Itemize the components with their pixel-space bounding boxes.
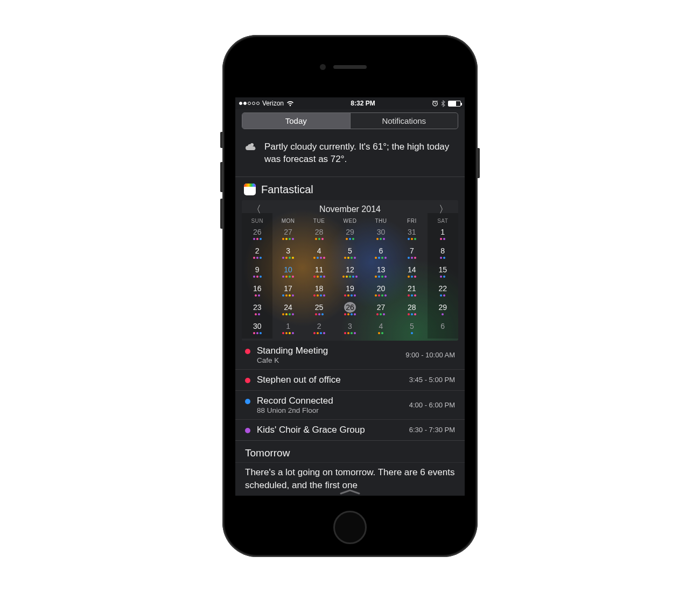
day-number: 5 <box>344 245 356 256</box>
segmented-control: Today Notifications <box>242 112 458 129</box>
power-button[interactable] <box>478 148 480 178</box>
calendar-day[interactable]: 9 <box>242 263 272 282</box>
event-dots <box>366 294 396 298</box>
event-dots <box>304 294 334 298</box>
day-number: 1 <box>437 227 449 237</box>
event-color-dot <box>245 349 250 354</box>
weekday-label: WED <box>334 217 365 225</box>
calendar-day[interactable]: 17 <box>272 282 303 301</box>
calendar-day[interactable]: 15 <box>428 263 458 282</box>
volume-up-button[interactable] <box>220 162 222 192</box>
calendar-day[interactable]: 6 <box>366 244 396 263</box>
day-number: 8 <box>437 245 449 256</box>
calendar-day[interactable]: 5 <box>334 244 365 263</box>
calendar-day[interactable]: 3 <box>272 244 303 263</box>
tomorrow-heading: Tomorrow <box>235 441 465 462</box>
day-number: 6 <box>437 321 449 332</box>
event-dots <box>242 257 272 260</box>
calendar-day[interactable]: 18 <box>304 282 334 301</box>
calendar-day[interactable]: 4 <box>304 244 334 263</box>
calendar-day[interactable]: 10 <box>272 263 303 282</box>
event-row[interactable]: Record Connected88 Union 2nd Floor4:00 -… <box>235 390 465 419</box>
event-body: Record Connected88 Union 2nd Floor <box>257 396 403 414</box>
weather-summary-text: Partly cloudy currently. It's 61°; the h… <box>264 141 455 166</box>
dates-grid: 2627282930311234567891011121314151617181… <box>242 225 458 339</box>
event-row[interactable]: Standing MeetingCafe K9:00 - 10:00 AM <box>235 341 465 369</box>
event-dots <box>334 294 365 298</box>
calendar-day[interactable]: 26 <box>242 225 272 244</box>
day-number: 23 <box>251 302 263 313</box>
event-dots <box>334 276 365 279</box>
calendar-day[interactable]: 24 <box>272 301 303 320</box>
event-dots <box>334 238 365 241</box>
calendar-day[interactable]: 27 <box>272 225 303 244</box>
event-dots <box>396 238 427 241</box>
day-number: 16 <box>251 283 263 294</box>
tab-row: Today Notifications <box>235 109 465 132</box>
day-number: 25 <box>313 302 325 313</box>
calendar-day[interactable]: 25 <box>304 301 334 320</box>
event-location: Cafe K <box>257 356 399 364</box>
calendar-day[interactable]: 13 <box>366 263 396 282</box>
calendar-day[interactable]: 8 <box>428 244 458 263</box>
event-dots <box>334 257 365 260</box>
calendar-day[interactable]: 6 <box>428 320 458 339</box>
grabber-handle[interactable] <box>340 489 360 495</box>
event-dots <box>366 238 396 241</box>
calendar-day[interactable]: 14 <box>396 263 427 282</box>
day-number: 1 <box>282 321 294 332</box>
partly-cloudy-icon <box>245 142 257 166</box>
calendar-day[interactable]: 30 <box>242 320 272 339</box>
calendar-day[interactable]: 21 <box>396 282 427 301</box>
calendar-day[interactable]: 27 <box>366 301 396 320</box>
calendar-day[interactable]: 29 <box>334 225 365 244</box>
event-dots <box>366 332 396 335</box>
day-number: 9 <box>251 264 263 275</box>
calendar-day[interactable]: 5 <box>396 320 427 339</box>
calendar-day[interactable]: 11 <box>304 263 334 282</box>
event-title: Record Connected <box>257 396 403 406</box>
tab-notifications[interactable]: Notifications <box>350 113 458 129</box>
event-dots <box>304 332 334 335</box>
calendar-day[interactable]: 1 <box>272 320 303 339</box>
divider <box>235 462 465 463</box>
calendar-day[interactable]: 20 <box>366 282 396 301</box>
calendar-day[interactable]: 4 <box>366 320 396 339</box>
calendar-day[interactable]: 23 <box>242 301 272 320</box>
calendar-day[interactable]: 19 <box>334 282 365 301</box>
calendar-day[interactable]: 30 <box>366 225 396 244</box>
day-number: 2 <box>251 245 263 256</box>
event-body: Standing MeetingCafe K <box>257 346 399 364</box>
calendar-day[interactable]: 26 <box>334 301 365 320</box>
calendar-day[interactable]: 29 <box>428 301 458 320</box>
day-number: 14 <box>406 264 418 275</box>
mute-switch[interactable] <box>220 132 222 148</box>
volume-down-button[interactable] <box>220 199 222 229</box>
home-button[interactable] <box>333 511 367 544</box>
event-dots <box>428 332 458 335</box>
calendar-day[interactable]: 28 <box>304 225 334 244</box>
calendar-day[interactable]: 3 <box>334 320 365 339</box>
event-dots <box>428 238 458 241</box>
event-dots <box>334 332 365 335</box>
calendar-day[interactable]: 1 <box>428 225 458 244</box>
event-row[interactable]: Kids' Choir & Grace Group6:30 - 7:30 PM <box>235 419 465 440</box>
event-dots <box>396 257 427 260</box>
calendar-day[interactable]: 12 <box>334 263 365 282</box>
day-number: 13 <box>375 264 387 275</box>
event-body: Kids' Choir & Grace Group <box>257 425 403 435</box>
event-time: 6:30 - 7:30 PM <box>409 426 455 434</box>
screen: Verizon 8:32 PM <box>235 97 465 496</box>
calendar-day[interactable]: 16 <box>242 282 272 301</box>
calendar-day[interactable]: 2 <box>242 244 272 263</box>
tab-today[interactable]: Today <box>242 113 350 129</box>
event-dots <box>242 313 272 316</box>
calendar-day[interactable]: 22 <box>428 282 458 301</box>
calendar-day[interactable]: 28 <box>396 301 427 320</box>
calendar-day[interactable]: 2 <box>304 320 334 339</box>
calendar-day[interactable]: 31 <box>396 225 427 244</box>
event-dots <box>272 257 303 260</box>
calendar-day[interactable]: 7 <box>396 244 427 263</box>
day-number: 28 <box>313 227 325 237</box>
event-row[interactable]: Stephen out of office3:45 - 5:00 PM <box>235 369 465 390</box>
